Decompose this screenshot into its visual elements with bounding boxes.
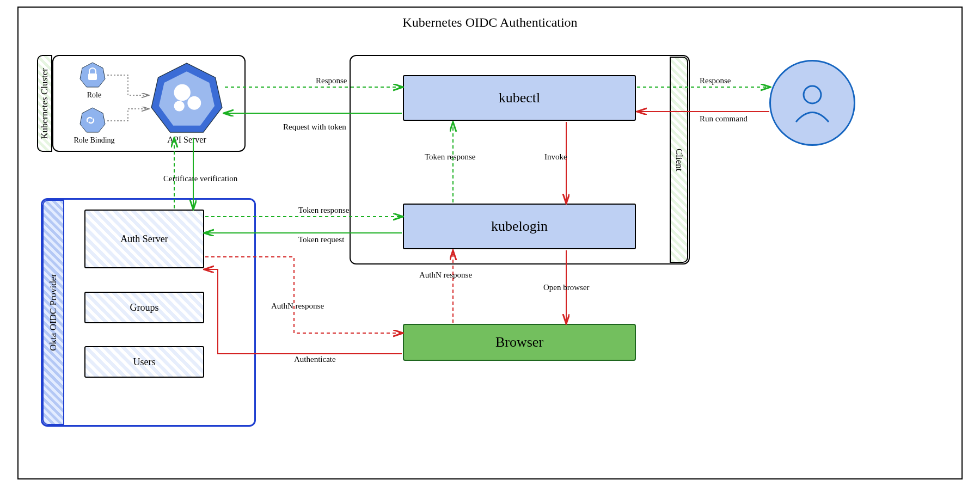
role-icon — [79, 61, 106, 89]
role-label: Role — [78, 91, 111, 100]
user-icon — [769, 60, 855, 146]
api-server-icon — [149, 61, 224, 136]
users-label: Users — [133, 356, 156, 368]
kubectl-node: kubectl — [403, 75, 636, 121]
svg-marker-7 — [80, 108, 105, 132]
edge-api-response: Response — [316, 76, 347, 85]
edge-response-user: Response — [700, 76, 731, 85]
okta-label: Okta OIDC Provider — [48, 274, 59, 351]
edge-token-request: Token request — [298, 235, 344, 244]
client-band: Client — [670, 57, 688, 263]
edge-authn-resp-left: AuthN response — [271, 302, 324, 311]
browser-node: Browser — [403, 324, 636, 361]
edge-authenticate: Authenticate — [294, 355, 336, 364]
k8s-cluster-band: Kubernetes Cluster — [37, 55, 52, 152]
kubelogin-label: kubelogin — [491, 218, 548, 235]
svg-point-4 — [174, 101, 185, 111]
groups-label: Groups — [130, 302, 159, 313]
okta-band: Okta OIDC Provider — [42, 200, 64, 425]
edge-run-command: Run command — [700, 114, 748, 124]
svg-point-8 — [804, 86, 821, 103]
client-label: Client — [673, 149, 684, 171]
auth-server-label: Auth Server — [120, 233, 168, 245]
edge-open-browser: Open browser — [543, 283, 590, 292]
edge-cert-verify: Certificate verification — [163, 174, 237, 183]
svg-point-3 — [187, 96, 201, 110]
role-binding-icon — [79, 107, 106, 134]
k8s-cluster-label: Kubernetes Cluster — [39, 68, 50, 139]
diagram-title: Kubernetes OIDC Authentication — [0, 15, 980, 30]
edge-authn-resp-up: AuthN response — [419, 270, 472, 280]
browser-label: Browser — [495, 334, 543, 350]
edge-token-response: Token response — [298, 206, 350, 215]
kubectl-label: kubectl — [499, 90, 541, 106]
edge-invoke: Invoke — [544, 152, 567, 162]
api-server-label: API Server — [149, 135, 224, 145]
role-binding-label: Role Binding — [64, 136, 124, 145]
kubelogin-node: kubelogin — [403, 204, 636, 249]
users-node: Users — [84, 346, 204, 378]
auth-server-node: Auth Server — [84, 210, 204, 268]
groups-node: Groups — [84, 292, 204, 323]
edge-req-token: Request with token — [283, 122, 346, 132]
svg-rect-6 — [88, 73, 97, 80]
edge-token-resp-up: Token response — [425, 152, 476, 162]
svg-point-2 — [174, 84, 191, 101]
